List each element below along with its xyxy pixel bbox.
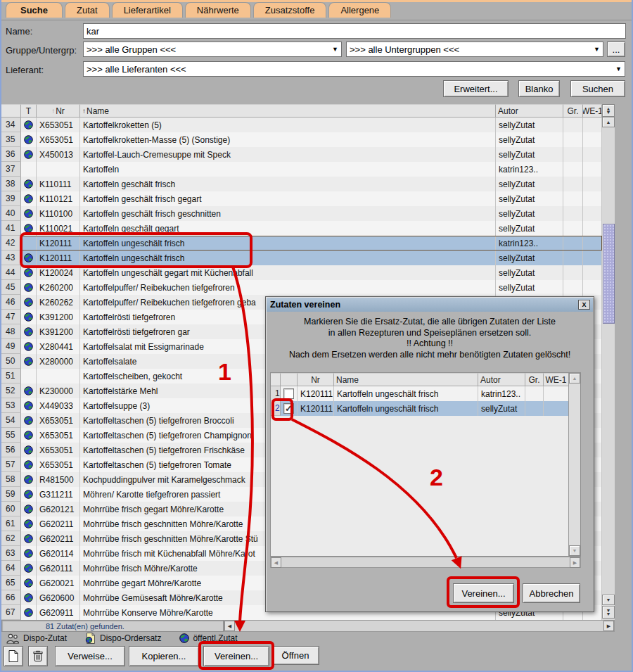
row-number: 38 <box>1 177 21 191</box>
globe-icon <box>24 386 33 395</box>
verweise-button[interactable]: Verweise... <box>55 646 125 666</box>
type-cell <box>21 576 37 590</box>
erweitert-button[interactable]: Erweitert... <box>443 80 509 97</box>
scroll-right-icon: ▶ <box>607 623 610 629</box>
header-we[interactable]: WE-1 <box>583 104 602 118</box>
type-cell <box>21 502 37 516</box>
table-row[interactable]: 35 X653051 Kartoffelkroketten-Masse (5) … <box>1 132 602 147</box>
row-number: 35 <box>1 132 21 147</box>
tab-nährwerte[interactable]: Nährwerte <box>185 2 251 18</box>
table-row[interactable]: 34 X653051 Kartoffelkroketten (5) sellyZ… <box>1 118 602 132</box>
nr-cell: K391200 <box>37 324 80 339</box>
header-gr[interactable]: Gr. <box>563 104 583 118</box>
dialog-close-button[interactable]: X <box>578 300 590 310</box>
dialog-table-body: 1 K120111 Kartoffeln ungeschält frisch k… <box>271 386 569 416</box>
table-row[interactable]: 40 K110100 Kartoffeln geschält frisch ge… <box>1 206 602 221</box>
scroll-down-button[interactable]: ▼ <box>569 545 580 556</box>
gr-cell <box>563 147 583 162</box>
nr-cell: K120111 <box>298 401 334 416</box>
more-groups-button[interactable]: ... <box>607 42 625 57</box>
blanko-button[interactable]: Blanko <box>518 80 560 97</box>
nr-cell: G620111 <box>37 561 80 576</box>
scroll-left-button[interactable]: ◀ <box>224 621 235 631</box>
scroll-up-button[interactable]: ▲ <box>569 373 580 383</box>
suchen-button[interactable]: Suchen <box>570 80 625 97</box>
row-number: 37 <box>1 162 21 177</box>
type-cell <box>21 265 37 280</box>
scroll-right-button[interactable]: ▶ <box>570 557 580 568</box>
name-input[interactable] <box>83 23 626 39</box>
table-row[interactable]: 43 K120111 Kartoffeln ungeschält frisch … <box>1 251 602 265</box>
scroll-right-button[interactable]: ▶ <box>603 621 614 631</box>
note-globe-icon <box>85 633 96 644</box>
tab-allergene[interactable]: Allergene <box>328 2 391 18</box>
type-cell <box>21 487 37 502</box>
dialog-vertical-scrollbar[interactable]: ▲ ▼ <box>568 373 580 556</box>
tab-lieferartikel[interactable]: Lieferartikel <box>112 2 183 18</box>
dialog-vereinen-button[interactable]: Vereinen... <box>453 583 514 603</box>
new-zutat-button[interactable] <box>4 646 23 666</box>
header-corner <box>271 373 281 386</box>
header-nr[interactable]: Nr <box>298 373 334 386</box>
table-row[interactable]: 44 K120024 Kartoffeln ungeschält gegart … <box>1 265 602 280</box>
tab-zutat[interactable]: Zutat <box>65 2 110 18</box>
we-cell <box>583 280 602 295</box>
header-we[interactable]: WE-1 <box>544 373 569 386</box>
type-cell <box>21 443 37 457</box>
scroll-up-button[interactable]: ▲ <box>602 117 615 127</box>
autor-cell: katrin123.. <box>496 162 563 177</box>
header-name[interactable]: ↑Name <box>80 104 496 118</box>
gruppen-select[interactable]: >>> alle Gruppen <<< ▼ <box>83 42 342 57</box>
type-cell <box>21 206 37 221</box>
scrollbar-thumb[interactable] <box>603 224 615 324</box>
nr-cell: G620121 <box>37 502 80 516</box>
header-check <box>281 373 298 386</box>
autor-cell: sellyZutat <box>496 251 563 265</box>
replacement-checkbox[interactable] <box>283 388 294 399</box>
replacement-checkbox[interactable]: ✓ <box>283 403 294 414</box>
table-row[interactable]: 41 K110021 Kartoffeln geschält gegart se… <box>1 221 602 236</box>
dialog-table-row[interactable]: 2 ✓ K120111 Kartoffeln ungeschält frisch… <box>271 401 569 416</box>
table-horizontal-scrollbar[interactable]: ◀ ▶ <box>224 620 615 632</box>
lieferanten-select[interactable]: >>> alle Lieferanten <<< ▼ <box>83 61 625 77</box>
kopieren-button[interactable]: Kopieren... <box>129 646 199 666</box>
table-row[interactable]: 42 K120111 Kartoffeln ungeschält frisch … <box>1 236 602 251</box>
dialog-horizontal-scrollbar[interactable]: ◀ ▶ <box>270 557 581 568</box>
nr-cell: K110021 <box>37 221 80 236</box>
header-nr[interactable]: ↑Nr <box>37 104 80 118</box>
nr-cell: K110100 <box>37 206 80 221</box>
header-name[interactable]: Name <box>334 373 478 386</box>
row-number: 1 <box>271 386 281 401</box>
header-autor[interactable]: Autor <box>478 373 525 386</box>
oeffnen-button[interactable]: Öffnen <box>271 646 319 665</box>
globe-icon <box>24 327 33 336</box>
delete-zutat-button[interactable] <box>28 646 48 666</box>
scroll-left-button[interactable]: ◀ <box>271 557 281 568</box>
scroll-page-down-button[interactable]: ▼ ▼ <box>602 606 615 619</box>
row-number: 50 <box>1 354 21 369</box>
nr-cell: G620600 <box>37 590 80 605</box>
scroll-down-button[interactable]: ▼ <box>602 595 615 605</box>
nr-cell: X653051 <box>37 413 80 428</box>
table-row[interactable]: 36 X450013 Kartoffel-Lauch-Cremesuppe mi… <box>1 147 602 162</box>
table-row[interactable]: 37 Kartoffeln katrin123.. <box>1 162 602 177</box>
table-row[interactable]: 38 K110111 Kartoffeln geschält frisch se… <box>1 177 602 191</box>
vereinen-button[interactable]: Vereinen... <box>203 646 269 666</box>
tab-suche[interactable]: Suche <box>6 2 63 18</box>
dialog-table-row[interactable]: 1 K120111 Kartoffeln ungeschält frisch k… <box>271 386 569 401</box>
we-cell <box>583 206 602 221</box>
header-autor[interactable]: Autor <box>496 104 563 118</box>
nr-cell: G311211 <box>37 487 80 502</box>
table-vertical-scrollbar[interactable]: ▲ ▼ ▲ ▼ ▼ ▼ <box>602 104 615 620</box>
header-t[interactable]: T <box>21 104 37 118</box>
table-row[interactable]: 45 K260200 Kartoffelpuffer/ Reibekuchen … <box>1 280 602 295</box>
nr-cell: K260262 <box>37 295 80 310</box>
table-row[interactable]: 39 K110121 Kartoffeln geschält frisch ge… <box>1 191 602 206</box>
header-gr[interactable]: Gr. <box>525 373 544 386</box>
untergruppen-select[interactable]: >>> alle Untergruppen <<< ▼ <box>346 42 603 57</box>
type-cell <box>21 383 37 398</box>
column-resize-spinner[interactable]: ▲ ▼ <box>602 104 615 117</box>
dialog-abbrechen-button[interactable]: Abbrechen <box>523 583 580 603</box>
tab-zusatzstoffe[interactable]: Zusatzstoffe <box>253 2 327 18</box>
row-number: 44 <box>1 265 21 280</box>
